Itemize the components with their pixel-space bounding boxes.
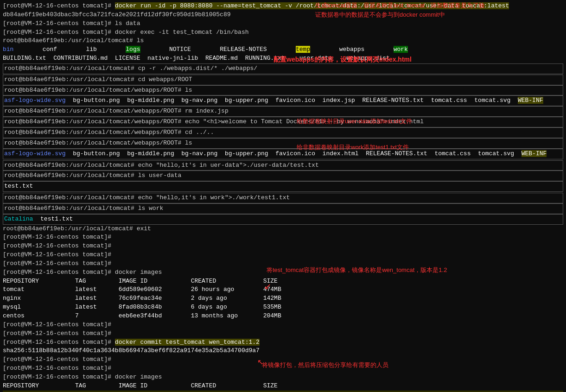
line-24: [root@VM-12-16-centos tomcat]# — [3, 233, 563, 242]
line-14: root@bb84ae6f19eb:/usr/local/tomcat/weba… — [3, 127, 563, 138]
line-21: root@bb84ae6f19eb:/usr/local/tomcat# ls … — [3, 203, 563, 214]
line-29: REPOSITORY TAG IMAGE ID CREATED SIZE — [3, 277, 563, 286]
line-19: test.txt — [3, 181, 563, 192]
line-17: root@bb84ae6f19eb:/usr/local/tomcat# ech… — [3, 160, 563, 171]
terminal: [root@VM-12-16-centos tomcat]# docker ru… — [0, 0, 566, 392]
annotation-4: 给非数据卷映射目录work添加test1.txt文件 — [297, 143, 409, 152]
line-20: root@bb84ae6f19eb:/usr/local/tomcat# ech… — [3, 193, 563, 203]
annotation-6: 将镜像打包，然后将压缩包分享给有需要的人员 — [262, 360, 388, 370]
annotation-2: 配置webapps的内容，设置默认网页index.html — [273, 55, 412, 64]
line-32: mysql latest 8fad08b3c84b 6 days ago 535… — [3, 303, 563, 312]
line-16: asf-logo-wide.svg bg-button.png bg-middl… — [3, 149, 563, 159]
arrow-save: ↖ — [257, 357, 263, 368]
line-41: REPOSITORY TAG IMAGE ID CREATED SIZE — [3, 382, 563, 391]
line-10: root@bb84ae6f19eb:/usr/local/tomcat/weba… — [3, 85, 563, 96]
line-42: wen_tomcat 1.2 5118b88a12b3 4 seconds ag… — [3, 391, 563, 392]
line-18: root@bb84ae6f19eb:/usr/local/tomcat# ls … — [3, 171, 563, 181]
line-9: root@bb84ae6f19eb:/usr/local/tomcat# cd … — [3, 75, 563, 85]
line-15: root@bb84ae6f19eb:/usr/local/tomcat/weba… — [3, 138, 563, 149]
line-33: centos 7 eeb6ee3f44bd 13 months ago 204M… — [3, 312, 563, 321]
line-37: sha256:5118b88a12b340f40c1a3634b8b66947a… — [3, 347, 563, 355]
line-22: Catalina test1.txt — [3, 214, 563, 225]
line-12: root@bb84ae6f19eb:/usr/local/tomcat/weba… — [3, 106, 563, 117]
line-8: root@bb84ae6f19eb:/usr/local/tomcat# cp … — [3, 63, 563, 74]
line-4: [root@VM-12-16-centos tomcat]# docker ex… — [3, 28, 563, 37]
line-40: [root@VM-12-16-centos tomcat]# docker im… — [3, 373, 563, 382]
arrow-commit: ↙ — [264, 280, 271, 293]
line-23: root@bb84ae6f19eb:/usr/local/tomcat# exi… — [3, 225, 563, 234]
annotation-3: 给数据卷映射目录user-data添加test.txt文件 — [297, 117, 412, 126]
line-26: [root@VM-12-16-centos tomcat]# — [3, 251, 563, 259]
line-36: [root@VM-12-16-centos tomcat]# docker co… — [3, 338, 563, 347]
line-6: bin conf lib logs NOTICE RELEASE-NOTES t… — [3, 45, 563, 54]
annotation-5: 将test_tomcat容器打包成镜像，镜像名称是wen_tomcat，版本是1… — [267, 266, 447, 275]
line-34: [root@VM-12-16-centos tomcat]# — [3, 321, 563, 329]
line-13: root@bb84ae6f19eb:/usr/local/tomcat/weba… — [3, 117, 563, 127]
line-5: root@bb84ae6f19eb:/usr/local/tomcat# ls — [3, 37, 563, 45]
line-35: [root@VM-12-16-centos tomcat]# — [3, 329, 563, 338]
line-30: tomcat latest 6dd589e60602 26 hours ago … — [3, 285, 563, 294]
line-31: nginx latest 76c69feac34e 2 days ago 142… — [3, 294, 563, 303]
annotation-1: 生成tomcat容器，容器名称是test_tomcat，添加数据卷是为了验 证数… — [315, 1, 485, 19]
line-25: [root@VM-12-16-centos tomcat]# — [3, 242, 563, 251]
line-3: [root@VM-12-16-centos tomcat]# ls data — [3, 19, 563, 28]
line-11: asf-logo-wide.svg bg-button.png bg-middl… — [3, 95, 563, 106]
